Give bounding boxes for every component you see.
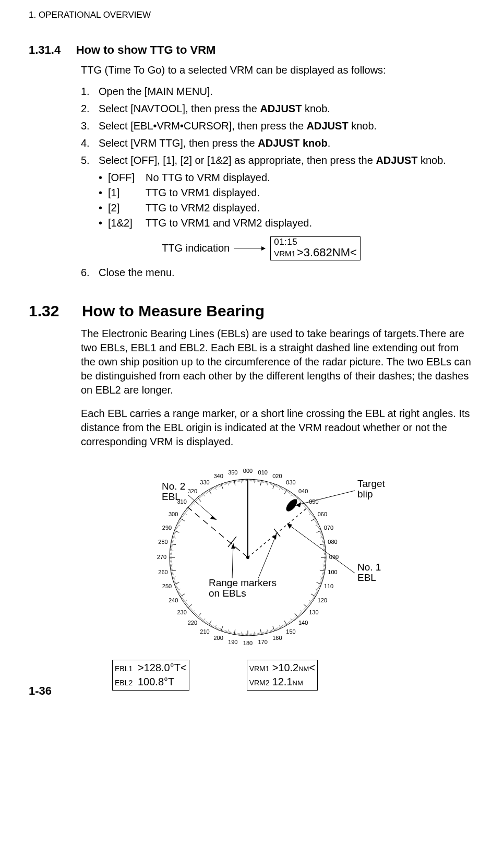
svg-line-401 [188,507,248,557]
section-title: How to Measure Bearing [82,301,265,322]
svg-line-371 [216,486,217,488]
svg-line-225 [217,627,218,629]
svg-line-151 [301,612,302,614]
svg-line-254 [188,604,192,608]
svg-line-307 [171,546,173,547]
svg-text:330: 330 [200,479,209,485]
svg-text:340: 340 [213,473,223,479]
svg-line-69 [315,519,317,520]
svg-line-19 [269,482,269,484]
svg-line-263 [182,598,183,599]
ebl-readout-box: EBL1>128.0°T< EBL2 100.8°T [112,660,189,691]
svg-line-48 [299,500,301,501]
svg-text:300: 300 [169,511,178,517]
svg-line-278 [174,582,176,583]
svg-line-132 [315,595,317,596]
section-number: 1.32 [29,301,59,322]
svg-line-170 [282,625,283,627]
svg-line-243 [198,613,201,617]
svg-marker-415 [231,543,235,549]
svg-line-253 [189,608,190,609]
svg-line-274 [175,586,177,587]
svg-line-351 [196,500,197,501]
paragraph: Each EBL carries a range marker, or a sh… [81,407,473,449]
svg-text:EBL: EBL [357,572,376,583]
svg-text:080: 080 [328,539,337,545]
svg-line-83 [321,536,323,537]
svg-line-67 [311,518,316,521]
step-2: 2. Select [NAVTOOL], then press the ADJU… [81,102,473,116]
svg-line-260 [184,600,187,602]
svg-line-23 [273,484,274,489]
svg-line-285 [171,573,173,574]
svg-line-152 [300,613,302,615]
label-no2-ebl: No. 2 [162,481,185,492]
svg-line-388 [236,480,236,482]
svg-line-377 [222,483,223,485]
svg-line-49 [300,500,302,502]
svg-line-130 [316,592,318,593]
svg-line-30 [281,487,282,489]
svg-line-174 [278,627,279,629]
svg-line-358 [202,494,203,496]
svg-line-367 [211,489,212,491]
svg-line-212 [233,632,233,634]
svg-line-72 [316,523,318,524]
section-132-heading: 1.32 How to Measure Bearing [29,301,473,322]
svg-line-372 [217,485,218,488]
section-title: How to show TTG to VRM [76,42,216,58]
svg-line-166 [284,621,287,625]
svg-line-392 [241,480,242,483]
svg-line-54 [305,505,306,507]
svg-line-74 [317,526,319,527]
svg-text:160: 160 [272,635,282,641]
svg-line-76 [318,528,320,529]
readout-boxes: EBL1>128.0°T< EBL2 100.8°T VRM1>10.2NM< … [112,660,473,691]
svg-line-185 [265,632,266,634]
svg-line-71 [316,522,318,523]
svg-line-32 [284,489,285,491]
svg-text:350: 350 [228,469,237,475]
paragraph: The Electronic Bearing Lines (EBLs) are … [81,327,473,397]
svg-line-181 [270,631,271,633]
svg-line-92 [323,546,326,547]
svg-line-171 [281,626,282,628]
svg-line-248 [194,612,195,614]
svg-line-276 [174,582,179,584]
svg-line-137 [311,599,313,600]
svg-line-11 [260,480,260,482]
svg-line-165 [287,623,288,625]
svg-marker-412 [287,524,292,529]
svg-line-110 [323,569,325,570]
svg-line-12 [260,480,261,485]
svg-line-43 [295,496,296,497]
svg-line-360 [204,493,205,494]
svg-line-121 [320,582,322,583]
svg-line-91 [323,545,325,546]
svg-line-280 [173,580,175,580]
svg-line-318 [173,533,175,534]
svg-line-158 [295,617,296,619]
svg-line-246 [196,614,197,616]
svg-line-386 [234,480,235,485]
svg-line-131 [315,593,317,595]
svg-line-327 [177,523,179,524]
svg-line-339 [185,510,187,512]
svg-text:250: 250 [162,583,172,589]
svg-line-34 [284,490,287,494]
svg-text:040: 040 [298,488,308,494]
svg-line-252 [190,609,191,610]
svg-line-180 [271,630,272,632]
svg-line-236 [205,621,206,623]
svg-line-330 [179,519,182,520]
svg-line-238 [203,619,205,622]
svg-line-283 [172,576,174,576]
svg-line-21 [271,483,272,485]
svg-line-159 [294,619,295,620]
svg-line-7 [255,480,255,483]
svg-line-139 [309,600,312,602]
svg-text:280: 280 [158,539,167,545]
svg-line-416 [258,534,277,578]
section-number: 1.31.4 [29,42,61,58]
svg-line-182 [269,631,269,633]
